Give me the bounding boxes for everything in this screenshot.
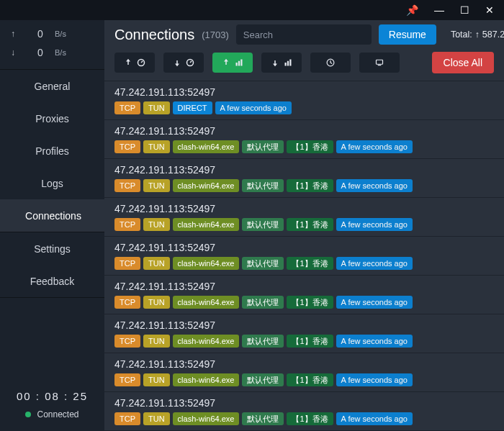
- sort-type-button[interactable]: [359, 53, 400, 73]
- connection-row[interactable]: 47.242.191.113:52497TCPTUNDIRECTA few se…: [104, 81, 504, 119]
- sort-down-total-button[interactable]: [261, 53, 302, 73]
- tag-tun: TUN: [143, 101, 170, 114]
- tag-tcp: TCP: [114, 412, 140, 425]
- connection-row[interactable]: 47.242.191.113:52497TCPTUNclash-win64.ex…: [104, 391, 504, 430]
- tag-time: A few seconds ago: [336, 412, 413, 425]
- tag-process: clash-win64.exe: [173, 140, 240, 153]
- connection-address: 47.242.191.113:52497: [114, 242, 494, 253]
- connection-tags: TCPTUNclash-win64.exe默认代理【1】香港A few seco…: [114, 412, 494, 425]
- speed-panel: ↑ 0 B/s ↓ 0 B/s: [0, 20, 104, 69]
- connection-list[interactable]: 47.242.191.113:52497TCPTUNDIRECTA few se…: [104, 81, 504, 431]
- nav-item-general[interactable]: General: [0, 70, 104, 102]
- uptime-timer: 00 : 08 : 25: [17, 390, 88, 402]
- tag-nproxy: 默认代理: [242, 218, 284, 231]
- tag-nproxy: 默认代理: [242, 257, 284, 270]
- tag-proxy: 【1】香港: [287, 335, 333, 348]
- tag-nproxy: 默认代理: [242, 140, 284, 153]
- arrow-up-icon: ↑: [0, 29, 26, 39]
- tag-process: clash-win64.exe: [173, 373, 240, 386]
- connection-row[interactable]: 47.242.191.113:52497TCPTUNclash-win64.ex…: [104, 275, 504, 314]
- tag-tcp: TCP: [114, 179, 140, 192]
- svg-rect-7: [289, 60, 291, 66]
- tag-process: clash-win64.exe: [173, 335, 240, 348]
- connection-address: 47.242.191.113:52497: [114, 281, 494, 292]
- svg-rect-4: [240, 60, 242, 66]
- tag-proxy: 【1】香港: [287, 373, 333, 386]
- tag-process: clash-win64.exe: [173, 296, 240, 309]
- tag-tcp: TCP: [114, 373, 140, 386]
- download-speed-row: ↓ 0 B/s: [0, 43, 104, 62]
- tag-tcp: TCP: [114, 335, 140, 348]
- connection-address: 47.242.191.113:52497: [114, 319, 494, 331]
- search-input[interactable]: [236, 24, 372, 45]
- tag-tun: TUN: [143, 412, 170, 425]
- sort-up-total-button[interactable]: [212, 53, 253, 73]
- nav: GeneralProxiesProfilesLogsConnectionsSet…: [0, 70, 104, 297]
- upload-speed-value: 0: [26, 28, 55, 40]
- resume-button[interactable]: Resume: [379, 24, 436, 45]
- nav-item-profiles[interactable]: Profiles: [0, 135, 104, 167]
- tag-time: A few seconds ago: [336, 140, 413, 153]
- maximize-button[interactable]: ☐: [460, 5, 469, 15]
- connection-tags: TCPTUNclash-win64.exe默认代理【1】香港A few seco…: [114, 140, 494, 153]
- tag-time: A few seconds ago: [336, 373, 413, 386]
- connection-tags: TCPTUNclash-win64.exe默认代理【1】香港A few seco…: [114, 179, 494, 192]
- download-speed-value: 0: [26, 47, 55, 58]
- upload-speed-unit: B/s: [55, 30, 104, 38]
- connection-address: 47.242.191.113:52497: [114, 203, 494, 214]
- connection-address: 47.242.191.113:52497: [114, 397, 494, 409]
- connection-address: 47.242.191.113:52497: [114, 164, 494, 176]
- connection-row[interactable]: 47.242.191.113:52497TCPTUNclash-win64.ex…: [104, 353, 504, 391]
- connection-row[interactable]: 47.242.191.113:52497TCPTUNclash-win64.ex…: [104, 197, 504, 236]
- tag-tun: TUN: [143, 335, 170, 348]
- tag-tcp: TCP: [114, 140, 140, 153]
- connection-row[interactable]: 47.242.191.113:52497TCPTUNclash-win64.ex…: [104, 314, 504, 353]
- sort-up-speed-button[interactable]: [114, 53, 155, 73]
- nav-item-proxies[interactable]: Proxies: [0, 102, 104, 135]
- page-title: Connections: [114, 27, 194, 43]
- tag-time: A few seconds ago: [336, 296, 413, 309]
- tag-tcp: TCP: [114, 218, 140, 231]
- nav-item-settings[interactable]: Settings: [0, 232, 104, 265]
- sort-time-button[interactable]: [310, 53, 351, 73]
- nav-item-feedback[interactable]: Feedback: [0, 265, 104, 297]
- close-all-button[interactable]: Close All: [432, 52, 494, 73]
- tag-time: A few seconds ago: [336, 335, 413, 348]
- tag-tun: TUN: [143, 373, 170, 386]
- svg-rect-5: [285, 63, 287, 66]
- minimize-button[interactable]: —: [434, 5, 444, 15]
- nav-item-logs[interactable]: Logs: [0, 167, 104, 199]
- arrow-up-icon: ↑: [475, 30, 480, 40]
- tag-tun: TUN: [143, 140, 170, 153]
- close-window-button[interactable]: ✕: [485, 5, 494, 15]
- tag-proxy: 【1】香港: [287, 296, 333, 309]
- tag-tcp: TCP: [114, 257, 140, 270]
- titlebar: 📌 — ☐ ✕: [0, 0, 504, 20]
- sort-down-speed-button[interactable]: [163, 53, 204, 73]
- tag-time: A few seconds ago: [336, 218, 413, 231]
- tag-time: A few seconds ago: [336, 257, 413, 270]
- tag-tun: TUN: [143, 257, 170, 270]
- tag-proxy: 【1】香港: [287, 218, 333, 231]
- pin-icon[interactable]: 📌: [406, 5, 418, 15]
- separator: [0, 297, 104, 298]
- connection-tags: TCPTUNclash-win64.exe默认代理【1】香港A few seco…: [114, 296, 494, 309]
- tag-nproxy: 默认代理: [242, 412, 284, 425]
- main-panel: Connections (1703) Resume Total: ↑587.2 …: [104, 20, 504, 431]
- connection-tags: TCPTUNclash-win64.exe默认代理【1】香港A few seco…: [114, 373, 494, 386]
- tag-process: clash-win64.exe: [173, 179, 240, 192]
- tag-tun: TUN: [143, 179, 170, 192]
- tag-tun: TUN: [143, 218, 170, 231]
- header: Connections (1703) Resume Total: ↑587.2 …: [104, 20, 504, 81]
- tag-process: clash-win64.exe: [173, 218, 240, 231]
- download-speed-unit: B/s: [55, 48, 104, 57]
- tag-tcp: TCP: [114, 296, 140, 309]
- tag-proxy: 【1】香港: [287, 179, 333, 192]
- connection-row[interactable]: 47.242.191.113:52497TCPTUNclash-win64.ex…: [104, 119, 504, 158]
- connection-row[interactable]: 47.242.191.113:52497TCPTUNclash-win64.ex…: [104, 158, 504, 197]
- nav-item-connections[interactable]: Connections: [0, 199, 104, 232]
- connection-row[interactable]: 47.242.191.113:52497TCPTUNclash-win64.ex…: [104, 236, 504, 275]
- tag-proxy: 【1】香港: [287, 412, 333, 425]
- connection-tags: TCPTUNclash-win64.exe默认代理【1】香港A few seco…: [114, 257, 494, 270]
- connection-tags: TCPTUNclash-win64.exe默认代理【1】香港A few seco…: [114, 335, 494, 348]
